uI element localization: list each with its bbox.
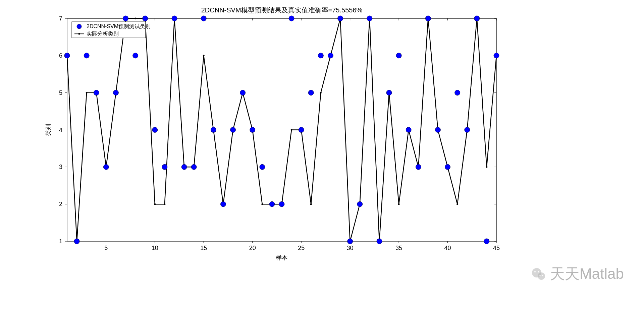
y-tick-label: 6 (59, 52, 62, 59)
legend-label-predicted: 2DCNN-SVM预测测试类别 (87, 23, 151, 29)
predicted-marker (240, 90, 246, 96)
predicted-marker (494, 53, 499, 58)
actual-marker (261, 203, 263, 205)
predicted-marker (386, 90, 392, 96)
predicted-marker (416, 164, 421, 170)
actual-marker (486, 166, 487, 168)
plot-border (67, 18, 496, 241)
predicted-marker (289, 16, 294, 21)
predicted-marker (123, 16, 128, 21)
chart-container: 5101520253035404512345672DCNN-SVM模型预测结果及… (0, 0, 644, 314)
y-axis-label: 类别 (45, 124, 52, 136)
actual-marker (86, 92, 88, 93)
predicted-marker (308, 90, 314, 96)
predicted-marker (220, 201, 226, 207)
y-tick-label: 1 (59, 238, 62, 245)
actual-marker (135, 18, 136, 19)
x-tick-label: 20 (249, 245, 256, 251)
x-tick-label: 35 (395, 245, 402, 251)
predicted-marker (74, 239, 79, 244)
predicted-marker (465, 127, 470, 133)
predicted-marker (84, 53, 89, 58)
chart-title: 2DCNN-SVM模型预测结果及真实值准确率=75.5556% (201, 6, 363, 14)
predicted-marker (367, 16, 372, 21)
predicted-marker (133, 53, 138, 58)
predicted-marker (260, 164, 265, 170)
predicted-marker (328, 53, 333, 58)
y-tick-label: 7 (59, 15, 62, 22)
y-tick-label: 5 (59, 89, 62, 96)
actual-marker (291, 129, 292, 131)
predicted-marker (181, 164, 187, 170)
predicted-marker (406, 127, 411, 133)
x-tick-label: 30 (347, 245, 354, 251)
predicted-marker (299, 127, 304, 133)
legend-marker-predicted (77, 24, 82, 29)
predicted-marker (484, 239, 489, 244)
predicted-marker (64, 53, 70, 58)
predicted-marker (425, 16, 431, 21)
actual-marker (203, 55, 205, 56)
predicted-marker (230, 127, 236, 133)
x-tick-label: 40 (444, 245, 451, 251)
actual-marker (154, 203, 156, 205)
y-tick-label: 2 (59, 201, 62, 207)
x-tick-label: 15 (200, 245, 207, 251)
x-tick-label: 45 (493, 245, 500, 251)
predicted-marker (318, 53, 323, 58)
predicted-marker (143, 16, 148, 21)
predicted-marker (113, 90, 118, 96)
y-tick-label: 4 (59, 127, 62, 133)
x-axis-label: 样本 (276, 254, 288, 261)
predicted-marker (445, 164, 450, 170)
predicted-marker (269, 201, 275, 207)
predicted-marker (162, 164, 167, 170)
predicted-marker (201, 16, 206, 21)
actual-marker (320, 92, 322, 93)
predicted-marker (396, 53, 401, 58)
actual-marker (398, 203, 400, 205)
x-tick-label: 10 (152, 245, 158, 251)
predicted-marker (377, 239, 382, 244)
predicted-marker (474, 16, 480, 21)
actual-marker (457, 203, 458, 205)
predicted-marker (435, 127, 440, 133)
predicted-marker (103, 164, 109, 170)
legend-line-marker (78, 33, 80, 35)
predicted-marker (347, 239, 353, 244)
chart-svg: 5101520253035404512345672DCNN-SVM模型预测结果及… (0, 0, 644, 314)
actual-marker (310, 203, 312, 205)
predicted-marker (211, 127, 216, 133)
predicted-marker (152, 127, 158, 133)
actual-line (67, 18, 496, 241)
predicted-marker (357, 201, 363, 207)
y-tick-label: 3 (59, 164, 62, 170)
actual-marker (164, 203, 165, 205)
predicted-marker (455, 90, 460, 96)
x-tick-label: 5 (104, 245, 108, 251)
x-tick-label: 25 (298, 245, 305, 251)
predicted-marker (191, 164, 197, 170)
predicted-marker (172, 16, 177, 21)
predicted-marker (94, 90, 99, 96)
predicted-marker (279, 201, 284, 207)
predicted-marker (338, 16, 343, 21)
predicted-marker (250, 127, 255, 133)
legend-label-actual: 实际分析类别 (87, 31, 119, 37)
